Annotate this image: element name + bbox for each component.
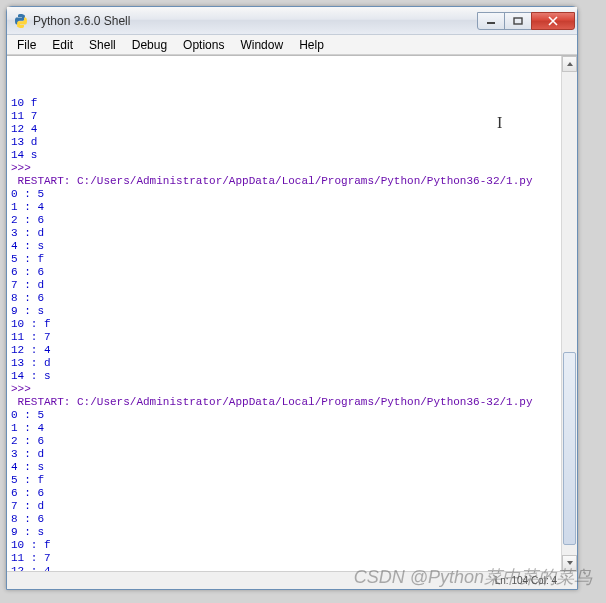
shell-line: 0 : 5 <box>11 409 557 422</box>
shell-line: 8 : 6 <box>11 513 557 526</box>
shell-line: 13 : d <box>11 357 557 370</box>
vertical-scrollbar[interactable] <box>561 56 577 571</box>
shell-line: 7 : d <box>11 500 557 513</box>
python-icon <box>13 13 29 29</box>
shell-line: 2 : 6 <box>11 214 557 227</box>
maximize-button[interactable] <box>504 12 532 30</box>
cursor-position: Ln: 104 Col: 4 <box>495 575 557 586</box>
shell-line: 10 : f <box>11 318 557 331</box>
shell-line: 12 : 4 <box>11 344 557 357</box>
shell-line: 9 : s <box>11 305 557 318</box>
shell-line: 1 : 4 <box>11 201 557 214</box>
shell-line: 5 : f <box>11 253 557 266</box>
shell-line: 11 : 7 <box>11 552 557 565</box>
scroll-track[interactable] <box>562 72 577 555</box>
window-title: Python 3.6.0 Shell <box>33 14 478 28</box>
shell-line: 9 : s <box>11 526 557 539</box>
shell-line: 6 : 6 <box>11 266 557 279</box>
shell-line: 7 : d <box>11 279 557 292</box>
menu-shell[interactable]: Shell <box>81 36 124 54</box>
shell-window: Python 3.6.0 Shell File Edit Shell Debug… <box>6 6 578 590</box>
shell-line: 10 : f <box>11 539 557 552</box>
shell-line: >>> <box>11 383 557 396</box>
menu-window[interactable]: Window <box>232 36 291 54</box>
shell-line: 4 : s <box>11 461 557 474</box>
scroll-down-button[interactable] <box>562 555 577 571</box>
shell-line: 0 : 5 <box>11 188 557 201</box>
shell-line: 3 : d <box>11 448 557 461</box>
minimize-button[interactable] <box>477 12 505 30</box>
shell-line: 10 f <box>11 97 557 110</box>
shell-line: RESTART: C:/Users/Administrator/AppData/… <box>11 396 557 409</box>
menu-help[interactable]: Help <box>291 36 332 54</box>
shell-line: RESTART: C:/Users/Administrator/AppData/… <box>11 175 557 188</box>
shell-line: 2 : 6 <box>11 435 557 448</box>
menu-file[interactable]: File <box>9 36 44 54</box>
shell-line: 12 : 4 <box>11 565 557 571</box>
shell-line: 3 : d <box>11 227 557 240</box>
svg-rect-0 <box>487 22 495 24</box>
statusbar: Ln: 104 Col: 4 <box>7 571 577 589</box>
shell-line: 8 : 6 <box>11 292 557 305</box>
shell-line: 4 : s <box>11 240 557 253</box>
content-area: I 10 f11 712 413 d14 s>>> RESTART: C:/Us… <box>7 55 577 571</box>
svg-rect-1 <box>514 18 522 24</box>
shell-line: >>> <box>11 162 557 175</box>
menubar: File Edit Shell Debug Options Window Hel… <box>7 35 577 55</box>
shell-line: 6 : 6 <box>11 487 557 500</box>
shell-line: 13 d <box>11 136 557 149</box>
shell-line: 1 : 4 <box>11 422 557 435</box>
close-button[interactable] <box>531 12 575 30</box>
shell-line: 12 4 <box>11 123 557 136</box>
shell-text[interactable]: I 10 f11 712 413 d14 s>>> RESTART: C:/Us… <box>7 56 561 571</box>
menu-edit[interactable]: Edit <box>44 36 81 54</box>
menu-options[interactable]: Options <box>175 36 232 54</box>
shell-line: 5 : f <box>11 474 557 487</box>
shell-line: 14 s <box>11 149 557 162</box>
shell-line: 14 : s <box>11 370 557 383</box>
scroll-thumb[interactable] <box>563 352 576 545</box>
scroll-up-button[interactable] <box>562 56 577 72</box>
menu-debug[interactable]: Debug <box>124 36 175 54</box>
shell-line: 11 : 7 <box>11 331 557 344</box>
shell-line: 11 7 <box>11 110 557 123</box>
window-controls <box>478 12 575 30</box>
text-cursor-icon: I <box>497 116 502 129</box>
titlebar[interactable]: Python 3.6.0 Shell <box>7 7 577 35</box>
